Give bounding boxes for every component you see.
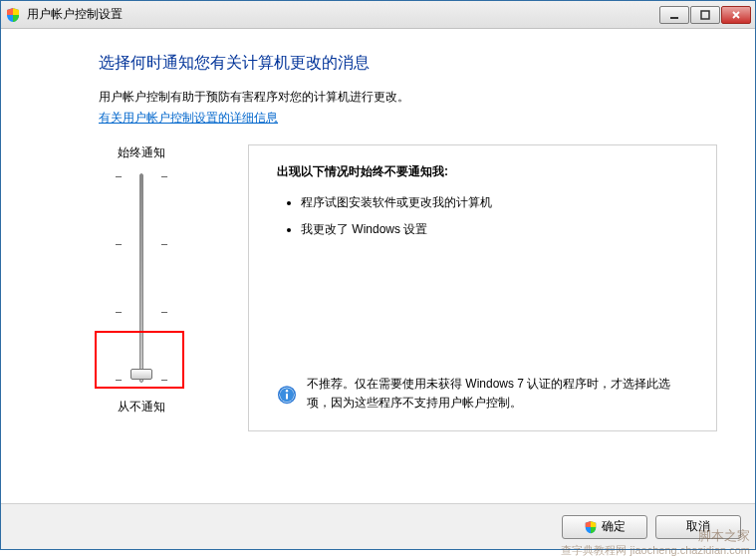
description-text: 用户帐户控制有助于预防有害程序对您的计算机进行更改。: [99, 88, 717, 106]
learn-more-link[interactable]: 有关用户帐户控制设置的详细信息: [99, 111, 278, 125]
info-panel-heading: 出现以下情况时始终不要通知我:: [277, 163, 688, 180]
slider-track-area: –– –– –– ––: [107, 173, 176, 383]
recommendation-row: 不推荐。仅在需要使用未获得 Windows 7 认证的程序时，才选择此选项，因为…: [277, 375, 688, 413]
shield-icon: [5, 7, 21, 23]
svg-point-6: [286, 390, 288, 392]
info-panel: 出现以下情况时始终不要通知我: 程序试图安装软件或更改我的计算机 我更改了 Wi…: [248, 144, 717, 431]
slider-tick-2: ––: [115, 305, 168, 317]
svg-rect-5: [286, 393, 288, 399]
svg-rect-0: [670, 17, 678, 19]
ok-button[interactable]: 确定: [562, 515, 647, 539]
footer-bar: 确定 取消: [1, 503, 755, 549]
page-heading: 选择何时通知您有关计算机更改的消息: [99, 53, 717, 74]
content-area: 选择何时通知您有关计算机更改的消息 用户帐户控制有助于预防有害程序对您的计算机进…: [1, 29, 755, 503]
uac-settings-window: 用户帐户控制设置 选择何时通知您有关计算机更改的消息 用户帐户控制有助于预防有害…: [0, 0, 756, 550]
shield-icon: [584, 520, 598, 534]
info-list: 程序试图安装软件或更改我的计算机 我更改了 Windows 设置: [277, 194, 688, 248]
svg-rect-1: [701, 11, 709, 19]
slider-tick-1: ––: [115, 237, 168, 249]
window-title: 用户帐户控制设置: [27, 6, 659, 23]
client-area: 选择何时通知您有关计算机更改的消息 用户帐户控制有助于预防有害程序对您的计算机进…: [1, 29, 755, 549]
cancel-button-label: 取消: [686, 518, 710, 535]
info-list-item: 程序试图安装软件或更改我的计算机: [301, 194, 688, 211]
body-row: 始终通知 –– –– –– –– 从不通知 出: [99, 144, 717, 431]
ok-button-label: 确定: [602, 518, 626, 535]
window-controls: [659, 6, 751, 24]
slider-bottom-label: 从不通知: [107, 399, 176, 416]
slider-track[interactable]: [139, 173, 143, 383]
minimize-button[interactable]: [659, 6, 689, 24]
slider-thumb[interactable]: [130, 369, 152, 380]
cancel-button[interactable]: 取消: [655, 515, 741, 539]
maximize-button[interactable]: [690, 6, 720, 24]
slider-tick-0: ––: [115, 169, 168, 181]
titlebar: 用户帐户控制设置: [1, 1, 755, 29]
slider-column: 始终通知 –– –– –– –– 从不通知: [99, 144, 208, 431]
slider-top-label: 始终通知: [107, 144, 176, 161]
info-list-item: 我更改了 Windows 设置: [301, 221, 688, 238]
info-icon: [277, 377, 297, 413]
recommendation-text: 不推荐。仅在需要使用未获得 Windows 7 认证的程序时，才选择此选项，因为…: [307, 375, 688, 413]
close-button[interactable]: [721, 6, 751, 24]
